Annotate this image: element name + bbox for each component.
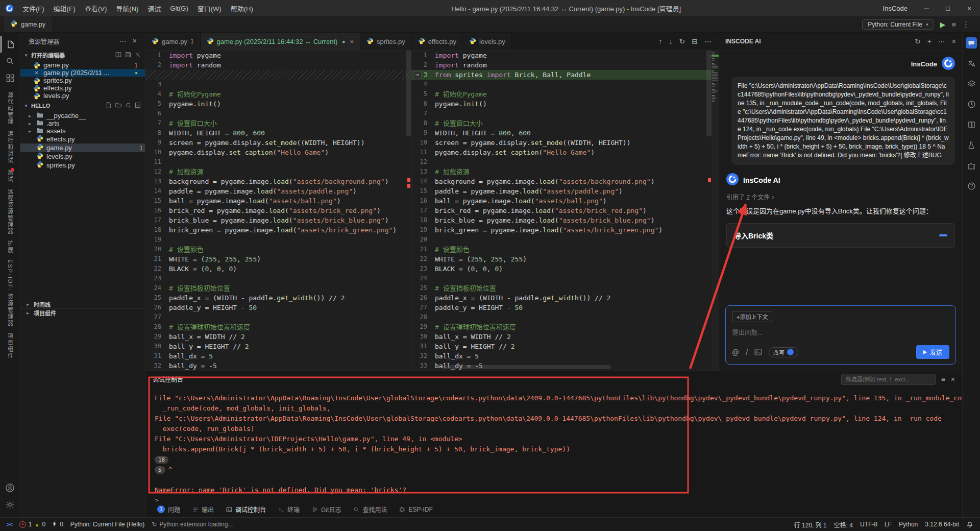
language-mode[interactable]: Python xyxy=(895,518,921,531)
tree-item-__pycache__[interactable]: ▸__pycache__ xyxy=(20,112,145,119)
diff-editor[interactable]: 1import pygame2import random34# 初始化Pygam… xyxy=(145,51,719,371)
notifications-bell-icon[interactable] xyxy=(963,518,977,531)
referenced-files[interactable]: 引用了 2 个文件 › xyxy=(726,192,955,201)
editor-tab[interactable]: effects.py xyxy=(412,33,463,50)
panel-tab-查找用法[interactable]: 查找用法 xyxy=(348,501,393,517)
close-all-icon[interactable] xyxy=(135,52,141,59)
console-input-prompt[interactable]: > xyxy=(155,495,962,501)
refresh-icon[interactable]: ↻ xyxy=(679,37,685,45)
tree-item-effects.py[interactable]: effects.py xyxy=(20,135,145,143)
open-editor-item[interactable]: ×game.py (2025/2/11 ...● xyxy=(20,69,145,77)
menu-item[interactable]: 文件(F) xyxy=(18,0,49,16)
activity-tab-源代码管理[interactable]: 源代码管理 xyxy=(7,92,14,125)
tree-item-levels.py[interactable]: levels.py xyxy=(20,152,145,161)
panel-tab-输出[interactable]: 输出 xyxy=(187,501,219,517)
menu-item[interactable]: 调试 xyxy=(143,0,165,16)
project-section-header[interactable]: ▾ HELLO xyxy=(20,100,145,112)
more-actions-icon[interactable]: ⋮ xyxy=(962,20,970,29)
sidebar-more-icon[interactable]: ⋯ xyxy=(116,37,130,45)
open-file-crumb[interactable]: game.py xyxy=(4,16,52,32)
panel-tab-ESP-IDF[interactable]: ESP-IDF xyxy=(394,501,438,517)
python-interpreter-status[interactable]: Python: Current File (Hello) xyxy=(67,518,148,531)
panel-tab-终端[interactable]: 终端 xyxy=(273,501,305,517)
collapse-all-icon[interactable] xyxy=(135,102,141,109)
ai-input-box[interactable]: +添加上下文 提出问题... @ / 改写 xyxy=(725,305,956,365)
panel-layout-icon[interactable]: ≡ xyxy=(941,375,945,383)
revert-change-icon[interactable]: → xyxy=(413,71,422,79)
account-icon[interactable] xyxy=(1,479,20,496)
more-actions-icon[interactable]: ⋯ xyxy=(704,37,712,45)
image-attach-icon[interactable] xyxy=(754,349,762,355)
send-button[interactable]: 发送 xyxy=(916,345,949,359)
mention-icon[interactable]: @ xyxy=(732,348,739,356)
history-icon[interactable] xyxy=(965,98,977,110)
new-file-icon[interactable] xyxy=(106,102,112,109)
menu-item[interactable]: 编辑(E) xyxy=(49,0,80,16)
activity-tab-测试[interactable]: 测试 xyxy=(7,170,14,183)
ports-status[interactable]: 0 xyxy=(49,518,67,531)
activity-tab-运行和调试[interactable]: 运行和调试 xyxy=(7,131,14,164)
run-menu-icon[interactable]: ≡ xyxy=(951,20,956,29)
minimap[interactable] xyxy=(712,51,719,371)
scrollbar[interactable] xyxy=(706,51,712,136)
puzzle-icon[interactable] xyxy=(965,159,977,172)
activity-tab-扩展[interactable]: 扩展 xyxy=(7,240,14,254)
explorer-icon[interactable] xyxy=(1,36,20,53)
panel-tab-调试控制台[interactable]: 调试控制台 xyxy=(220,501,272,517)
help-icon[interactable] xyxy=(965,180,977,192)
menu-item[interactable]: 窗口(W) xyxy=(193,0,226,16)
minimize-button[interactable]: ─ xyxy=(916,0,937,16)
inscode-ai-icon[interactable] xyxy=(965,37,977,49)
tree-item-game.py[interactable]: game.py1 xyxy=(20,143,145,152)
debug-console-output[interactable]: File "c:\Users\Administrator\AppData\Roa… xyxy=(145,387,962,501)
encoding[interactable]: UTF-8 xyxy=(856,518,881,531)
diff-modified-pane[interactable]: → 1import pygame2import random3from spri… xyxy=(411,51,719,371)
horizontal-scrollbar[interactable] xyxy=(442,365,611,369)
book-icon[interactable] xyxy=(965,118,977,131)
extensions-icon[interactable] xyxy=(1,69,20,86)
indentation[interactable]: 空格: 4 xyxy=(830,518,856,531)
settings-gear-icon[interactable] xyxy=(1,496,20,513)
new-folder-icon[interactable] xyxy=(115,102,121,109)
open-editor-item[interactable]: sprites.py xyxy=(20,77,145,84)
editor-tab[interactable]: game.py1 xyxy=(145,33,201,50)
translate-icon[interactable] xyxy=(965,57,977,69)
eol-sequence[interactable]: LF xyxy=(881,518,895,531)
tree-item-assets[interactable]: ▸assets xyxy=(20,127,145,135)
remote-indicator[interactable]: >< xyxy=(3,518,16,531)
problems-status[interactable]: × 1 ▲ 0 xyxy=(16,518,49,531)
tree-item-sprites.py[interactable]: sprites.py xyxy=(20,161,145,170)
run-button[interactable]: ▶ xyxy=(940,20,945,29)
flask-icon[interactable] xyxy=(965,139,977,151)
open-editor-item[interactable]: levels.py xyxy=(20,92,145,100)
search-icon[interactable] xyxy=(1,53,20,69)
close-tab-icon[interactable]: × xyxy=(350,38,354,45)
rewrite-mode-chip[interactable]: 改写 xyxy=(769,347,798,357)
history-icon[interactable]: ↻ xyxy=(915,37,921,45)
activity-tab-ESP-IDF: 资源管理器[interactable]: ESP-IDF: 资源管理器 xyxy=(7,259,14,327)
menu-item[interactable]: 帮助(H) xyxy=(226,0,258,16)
editor-tab[interactable]: game.py (2025/2/11 16:44:32 ↔ Current)●× xyxy=(201,33,360,50)
nav-up-icon[interactable]: ↑ xyxy=(659,37,663,45)
code-suggestion-card[interactable]: 导入Brick类 xyxy=(726,223,955,248)
close-button[interactable]: × xyxy=(959,0,980,16)
maximize-button[interactable]: □ xyxy=(937,0,959,16)
cursor-position[interactable]: 行 120, 列 1 xyxy=(791,518,830,531)
save-all-icon[interactable] xyxy=(125,52,131,59)
sidebar-close-icon[interactable]: × xyxy=(130,37,140,45)
add-context-chip[interactable]: +添加上下文 xyxy=(732,311,772,322)
diff-original-pane[interactable]: 1import pygame2import random34# 初始化Pygam… xyxy=(145,51,411,371)
menu-item[interactable]: 导航(N) xyxy=(111,0,143,16)
panel-tab-Git日志[interactable]: Git日志 xyxy=(306,501,347,517)
split-editor-icon[interactable]: ⊟ xyxy=(692,37,698,45)
scrollbar[interactable] xyxy=(406,51,411,136)
open-editor-item[interactable]: effects.py xyxy=(20,84,145,92)
open-editor-item[interactable]: game.py1 xyxy=(20,61,145,69)
more-icon[interactable]: ⋯ xyxy=(938,37,945,45)
slash-command-icon[interactable]: / xyxy=(746,348,748,356)
close-panel-icon[interactable]: × xyxy=(952,37,956,45)
tree-item-.arts[interactable]: ▸.arts xyxy=(20,119,145,127)
close-icon[interactable]: × xyxy=(33,69,40,77)
section-时间线[interactable]: ▸时间线 xyxy=(20,300,145,308)
refresh-icon[interactable] xyxy=(125,102,131,109)
